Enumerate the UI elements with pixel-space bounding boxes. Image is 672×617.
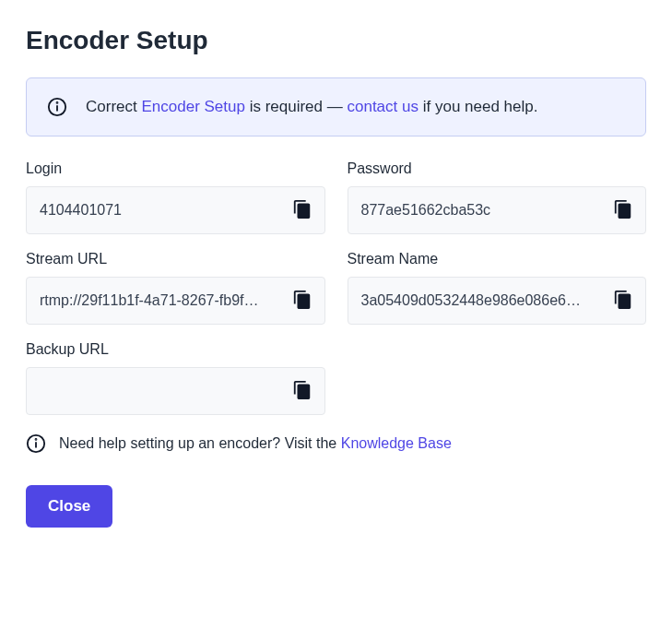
encoder-setup-link[interactable]: Encoder Setup xyxy=(141,98,244,115)
password-label: Password xyxy=(348,160,647,177)
contact-us-link[interactable]: contact us xyxy=(347,98,419,115)
help-text: Need help setting up an encoder? Visit t… xyxy=(59,435,452,452)
stream-name-label: Stream Name xyxy=(348,251,647,267)
copy-backup-url-button[interactable] xyxy=(289,378,315,404)
copy-icon xyxy=(613,290,633,313)
copy-login-button[interactable] xyxy=(289,197,315,223)
backup-url-box xyxy=(26,367,325,415)
stream-name-box: 3a05409d0532448e986e086e6… xyxy=(348,277,647,325)
help-prefix: Need help setting up an encoder? Visit t… xyxy=(59,435,341,451)
info-icon xyxy=(47,97,67,117)
field-password: Password 877ae51662cba53c xyxy=(348,160,647,234)
copy-password-button[interactable] xyxy=(610,197,636,223)
copy-icon xyxy=(292,290,312,313)
info-banner: Correct Encoder Setup is required — cont… xyxy=(26,77,646,136)
login-label: Login xyxy=(26,160,325,177)
field-stream-url: Stream URL rtmp://29f11b1f-4a71-8267-fb9… xyxy=(26,251,325,325)
fields-grid: Login 4104401071 Password 877ae51662cba5… xyxy=(26,160,646,415)
stream-url-box: rtmp://29f11b1f-4a71-8267-fb9f… xyxy=(26,277,325,325)
close-button[interactable]: Close xyxy=(26,485,112,528)
help-row: Need help setting up an encoder? Visit t… xyxy=(26,433,646,454)
banner-prefix: Correct xyxy=(86,98,141,115)
banner-suffix: if you need help. xyxy=(419,98,537,115)
password-value: 877ae51662cba53c xyxy=(361,202,607,219)
copy-icon xyxy=(292,199,312,222)
banner-text: Correct Encoder Setup is required — cont… xyxy=(86,98,537,116)
stream-url-label: Stream URL xyxy=(26,251,325,267)
password-box: 877ae51662cba53c xyxy=(348,186,647,234)
stream-name-value: 3a05409d0532448e986e086e6… xyxy=(361,292,607,309)
copy-stream-url-button[interactable] xyxy=(289,288,315,314)
copy-icon xyxy=(292,380,312,403)
page-title: Encoder Setup xyxy=(26,26,646,55)
login-value: 4104401071 xyxy=(40,202,286,219)
field-login: Login 4104401071 xyxy=(26,160,325,234)
field-backup-url: Backup URL xyxy=(26,341,325,415)
stream-url-value: rtmp://29f11b1f-4a71-8267-fb9f… xyxy=(40,292,286,309)
knowledge-base-link[interactable]: Knowledge Base xyxy=(341,435,452,451)
backup-url-label: Backup URL xyxy=(26,341,325,358)
banner-middle: is required — xyxy=(245,98,348,115)
copy-icon xyxy=(613,199,633,222)
svg-point-5 xyxy=(36,439,37,440)
field-stream-name: Stream Name 3a05409d0532448e986e086e6… xyxy=(348,251,647,325)
info-icon xyxy=(26,433,46,454)
copy-stream-name-button[interactable] xyxy=(610,288,636,314)
login-box: 4104401071 xyxy=(26,186,325,234)
svg-point-2 xyxy=(57,102,58,103)
